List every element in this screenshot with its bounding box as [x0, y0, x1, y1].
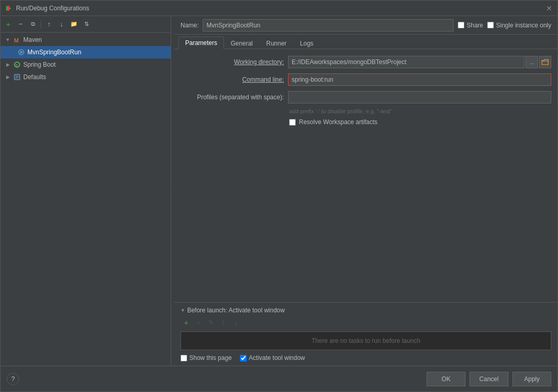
svg-marker-4 [20, 51, 23, 54]
activate-tool-label: Activate tool window [249, 354, 305, 361]
before-launch-title: Before launch: Activate tool window [187, 307, 285, 314]
tree-label-maven: Maven [23, 36, 42, 43]
apply-button[interactable]: Apply [512, 372, 551, 386]
working-directory-input[interactable] [288, 56, 524, 68]
left-toolbar: + − ⧉ ↑ ↓ 📁 ⇅ [1, 16, 171, 33]
before-launch-edit-button[interactable]: ✎ [205, 317, 217, 328]
show-page-label: Show this page [189, 354, 232, 361]
copy-config-button[interactable]: ⧉ [27, 19, 39, 30]
tree-label-mvnspringbootrun: MvnSpringBootRun [27, 49, 81, 56]
svg-text:S: S [16, 63, 18, 68]
tree-item-maven[interactable]: ▼ M Maven [1, 34, 171, 46]
before-launch-list: There are no tasks to run before launch [180, 331, 551, 350]
svg-text:M: M [14, 37, 19, 43]
tree-item-mvnspringbootrun[interactable]: MvnSpringBootRun [1, 46, 171, 58]
tree-item-defaults[interactable]: ▶ Defaults [1, 71, 171, 83]
before-launch-empty-text: There are no tasks to run before launch [311, 337, 420, 344]
share-label: Share [466, 22, 483, 29]
parameters-panel: Working directory: ... Co [174, 49, 557, 302]
before-launch-toolbar: + − ✎ ↑ ↓ [180, 317, 551, 328]
working-directory-input-group: ... [288, 56, 551, 68]
name-input[interactable] [203, 19, 454, 32]
svg-rect-1 [8, 6, 9, 11]
footer: ? OK Cancel Apply [1, 366, 557, 391]
resolve-artifacts-checkbox[interactable] [289, 119, 296, 126]
show-page-checkbox[interactable] [180, 355, 187, 361]
single-instance-label: Single instance only [496, 22, 551, 29]
close-button[interactable]: ✕ [545, 4, 553, 12]
single-instance-checkbox[interactable] [487, 22, 494, 28]
ok-button[interactable]: OK [427, 372, 465, 386]
expand-icon-defaults: ▶ [5, 74, 11, 80]
before-launch-remove-button[interactable]: − [193, 317, 204, 328]
name-label: Name: [180, 22, 199, 29]
command-line-input[interactable] [288, 73, 551, 86]
expand-icon-springboot: ▶ [5, 62, 11, 68]
working-directory-label: Working directory: [180, 58, 284, 66]
main-content: + − ⧉ ↑ ↓ 📁 ⇅ ▼ M M [1, 16, 557, 366]
share-checkbox-area: Share [458, 22, 483, 29]
tree-item-springboot[interactable]: ▶ S Spring Boot [1, 58, 171, 71]
before-launch-add-button[interactable]: + [180, 317, 192, 328]
working-directory-row: Working directory: ... [180, 55, 551, 69]
remove-config-button[interactable]: − [15, 19, 26, 30]
move-up-button[interactable]: ↑ [43, 19, 55, 30]
name-row: Name: Share Single instance only [174, 16, 557, 35]
command-line-row: Command line: [180, 73, 551, 86]
tab-runner[interactable]: Runner [260, 37, 293, 49]
footer-buttons: OK Cancel Apply [427, 372, 551, 386]
defaults-icon [13, 73, 21, 81]
title-bar: Run/Debug Configurations ✕ [1, 1, 557, 16]
before-launch-expand-icon: ▼ [180, 308, 185, 313]
help-button[interactable]: ? [7, 373, 19, 385]
window-title: Run/Debug Configurations [16, 5, 542, 12]
profiles-label: Profiles (separated with space): [180, 94, 284, 101]
resolve-artifacts-row: Resolve Workspace artifacts [180, 118, 551, 126]
profiles-input[interactable] [288, 91, 551, 103]
expand-icon-maven: ▼ [5, 37, 11, 43]
right-panel: Name: Share Single instance only Paramet… [174, 16, 557, 366]
add-config-button[interactable]: + [3, 19, 14, 30]
activate-tool-checkbox[interactable] [240, 355, 247, 361]
profiles-hint: add prefix '-' to disable profile, e.g. … [180, 108, 551, 114]
toolbar-separator-1 [41, 20, 41, 28]
single-instance-area: Single instance only [487, 22, 551, 29]
cancel-button[interactable]: Cancel [470, 372, 508, 386]
spring-icon: S [13, 61, 21, 69]
tree-label-springboot: Spring Boot [23, 61, 56, 68]
tabs-bar: Parameters General Runner Logs [174, 35, 557, 49]
sort-button[interactable]: ⇅ [81, 19, 92, 30]
run-debug-configurations-window: Run/Debug Configurations ✕ + − ⧉ ↑ ↓ 📁 ⇅… [0, 0, 558, 392]
tab-general[interactable]: General [224, 37, 260, 49]
command-line-label: Command line: [180, 76, 284, 83]
profiles-row: Profiles (separated with space): [180, 91, 551, 104]
before-launch-down-button[interactable]: ↓ [230, 317, 242, 328]
tree-label-defaults: Defaults [23, 73, 46, 81]
resolve-artifacts-label: Resolve Workspace artifacts [299, 118, 378, 126]
before-launch-section: ▼ Before launch: Activate tool window + … [174, 302, 557, 366]
before-launch-bottom: Show this page Activate tool window [180, 354, 551, 361]
before-launch-header: ▼ Before launch: Activate tool window [180, 307, 551, 314]
working-directory-folder-button[interactable] [539, 56, 551, 68]
show-page-checkbox-pair: Show this page [180, 354, 232, 361]
configuration-tree: ▼ M Maven Mv [1, 33, 171, 366]
maven-icon: M [13, 36, 21, 44]
tab-parameters[interactable]: Parameters [178, 37, 224, 49]
activate-tool-checkbox-pair: Activate tool window [240, 354, 305, 361]
share-checkbox[interactable] [458, 22, 464, 28]
help-icon: ? [11, 375, 14, 383]
config-icon [17, 48, 25, 56]
folder-button[interactable]: 📁 [68, 19, 80, 30]
working-directory-browse-button[interactable]: ... [525, 56, 538, 68]
left-panel: + − ⧉ ↑ ↓ 📁 ⇅ ▼ M M [1, 16, 171, 366]
before-launch-up-button[interactable]: ↑ [218, 317, 229, 328]
move-down-button[interactable]: ↓ [56, 19, 67, 30]
tab-logs[interactable]: Logs [293, 37, 320, 49]
window-icon [5, 4, 13, 12]
